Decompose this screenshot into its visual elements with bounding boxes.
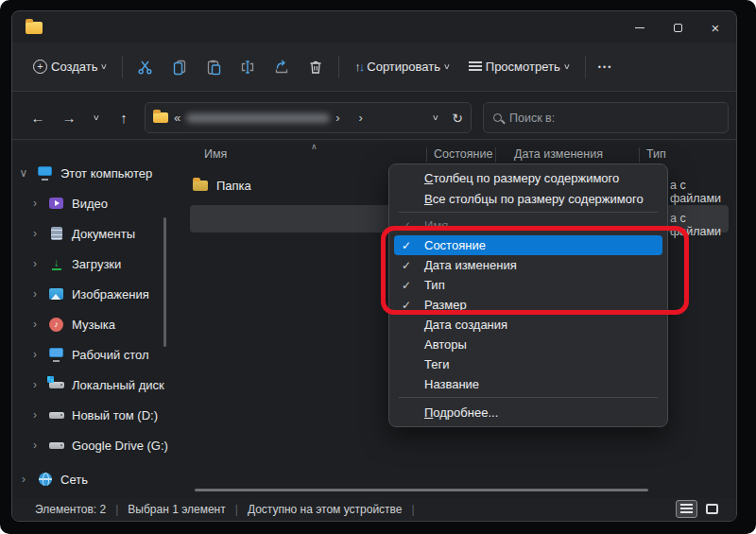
- divider: [585, 56, 586, 78]
- column-divider[interactable]: [426, 147, 427, 163]
- divider: [122, 56, 123, 78]
- menu-item-authors[interactable]: ✓ Авторы: [394, 335, 662, 354]
- refresh-icon[interactable]: ↻: [452, 111, 463, 126]
- sidebar-item-this-pc[interactable]: ∨ Этот компьютер: [12, 158, 190, 188]
- sidebar-item-label: Сеть: [60, 473, 88, 487]
- divider: [12, 139, 736, 140]
- menu-item-size-column-to-fit[interactable]: ✓ Столбец по размеру содержимого: [394, 167, 662, 188]
- menu-item-size-all-columns-to-fit[interactable]: ✓ Все столбцы по размеру содержимого: [394, 188, 662, 209]
- chevron-right-icon[interactable]: ›: [29, 439, 41, 452]
- chevron-down-icon: ∨: [100, 62, 108, 71]
- menu-item-more[interactable]: ✓ Подробнее...: [394, 401, 662, 423]
- rename-button[interactable]: [231, 51, 265, 83]
- search-icon: [493, 113, 502, 122]
- music-icon: ♪: [48, 317, 64, 333]
- folder-icon: [26, 22, 43, 34]
- menu-item-tags[interactable]: ✓ Теги: [394, 354, 662, 374]
- chevron-right-icon[interactable]: ›: [29, 227, 41, 240]
- plus-icon: +: [33, 60, 47, 74]
- chevron-right-icon[interactable]: ›: [335, 111, 339, 125]
- sidebar-item-label: Новый том (D:): [72, 408, 158, 422]
- command-bar: + Создать ∨: [12, 43, 736, 92]
- details-view-icon: [680, 504, 693, 514]
- new-button-label: Создать: [51, 60, 97, 74]
- column-divider[interactable]: [639, 147, 640, 163]
- status-separator: |: [412, 503, 415, 516]
- menu-item-title[interactable]: ✓ Название: [394, 374, 662, 394]
- share-button[interactable]: [265, 51, 299, 83]
- chevron-right-icon[interactable]: ›: [359, 111, 363, 125]
- search-box[interactable]: Поиск в:: [483, 102, 729, 133]
- copy-button[interactable]: [163, 51, 197, 83]
- chevron-right-icon[interactable]: ›: [18, 473, 29, 486]
- sort-button-label: Сортировать: [367, 60, 440, 74]
- back-button[interactable]: ←: [24, 104, 52, 130]
- column-divider[interactable]: [495, 147, 496, 163]
- view-button-label: Просмотреть: [486, 60, 560, 74]
- network-icon: [37, 472, 53, 488]
- chevron-expanded-icon[interactable]: ∨: [18, 166, 29, 180]
- close-icon: ×: [712, 21, 720, 35]
- view-toggle-group: [676, 500, 723, 518]
- close-button[interactable]: ×: [696, 15, 734, 40]
- chevron-right-icon[interactable]: ›: [29, 408, 41, 422]
- file-name: Папка: [216, 179, 251, 193]
- sidebar-item-label: Этот компьютер: [60, 166, 152, 181]
- sort-icon: ↑↓: [354, 60, 363, 74]
- delete-button[interactable]: [299, 51, 333, 83]
- sidebar-item-google-drive-g[interactable]: › Google Drive (G:): [12, 430, 190, 460]
- status-item-count: Элементов: 2: [35, 503, 106, 516]
- sidebar-item-label: Документы: [72, 227, 135, 241]
- horizontal-scrollbar[interactable]: [195, 489, 648, 491]
- up-button[interactable]: ↑: [110, 104, 138, 130]
- menu-item-date-created[interactable]: ✓ Дата создания: [394, 315, 662, 335]
- large-icons-view-button[interactable]: [701, 500, 723, 518]
- forward-icon: →: [62, 110, 77, 126]
- chevron-right-icon[interactable]: ›: [29, 318, 41, 331]
- drive-icon: [48, 407, 64, 423]
- sort-ascending-icon: ∧: [311, 142, 318, 151]
- status-bar: Элементов: 2 | Выбран 1 элемент | Доступ…: [12, 498, 736, 521]
- sidebar-item-label: Загрузки: [72, 257, 121, 271]
- column-header-type[interactable]: Тип: [646, 147, 666, 161]
- drive-icon: [48, 438, 64, 454]
- ellipsis-icon: •••: [598, 62, 612, 72]
- chevron-right-icon[interactable]: ›: [29, 348, 41, 361]
- chevron-right-icon[interactable]: ›: [29, 287, 41, 301]
- chevron-right-icon[interactable]: ›: [29, 197, 41, 210]
- paste-button[interactable]: [197, 51, 231, 83]
- status-separator: |: [235, 503, 238, 516]
- address-dropdown-icon[interactable]: ∨: [432, 113, 439, 122]
- cut-button[interactable]: [129, 51, 163, 83]
- chevron-down-icon: ∨: [563, 62, 571, 71]
- chevron-right-icon[interactable]: ›: [29, 257, 41, 270]
- column-header-date-modified[interactable]: Дата изменения: [514, 147, 603, 161]
- recent-locations-button[interactable]: ∨: [86, 104, 107, 130]
- new-button[interactable]: + Создать ∨: [24, 50, 116, 84]
- maximize-button[interactable]: [659, 15, 696, 40]
- sidebar-scrollbar[interactable]: [163, 217, 166, 347]
- minimize-button[interactable]: [621, 15, 659, 40]
- forward-button[interactable]: →: [55, 104, 83, 130]
- copy-icon: [171, 59, 188, 76]
- sidebar-item-video[interactable]: › Видео: [12, 188, 190, 218]
- up-icon: ↑: [120, 110, 128, 126]
- file-type-text: а с файлами: [670, 179, 736, 205]
- chevron-right-icon[interactable]: ›: [29, 378, 41, 391]
- cut-icon: [137, 59, 154, 76]
- sidebar-item-new-volume-d[interactable]: › Новый том (D:): [12, 400, 190, 430]
- address-bar[interactable]: « › › ∨ ↻: [145, 102, 472, 133]
- pictures-icon: [48, 286, 64, 302]
- more-options-button[interactable]: •••: [592, 51, 620, 83]
- sort-button[interactable]: ↑↓ Сортировать ∨: [345, 50, 459, 84]
- view-button[interactable]: Просмотреть ∨: [459, 50, 579, 84]
- maximize-icon: [674, 24, 682, 32]
- details-view-button[interactable]: [676, 500, 697, 518]
- column-header-status[interactable]: Состояние: [434, 147, 492, 161]
- sidebar-item-local-disk[interactable]: › Локальный диск: [12, 370, 190, 400]
- paste-icon: [205, 59, 222, 76]
- local-disk-icon: [48, 377, 64, 393]
- sidebar-item-network[interactable]: › Сеть: [12, 464, 190, 494]
- tab-folder-icon[interactable]: [26, 22, 43, 37]
- column-header-name[interactable]: Имя: [204, 147, 227, 161]
